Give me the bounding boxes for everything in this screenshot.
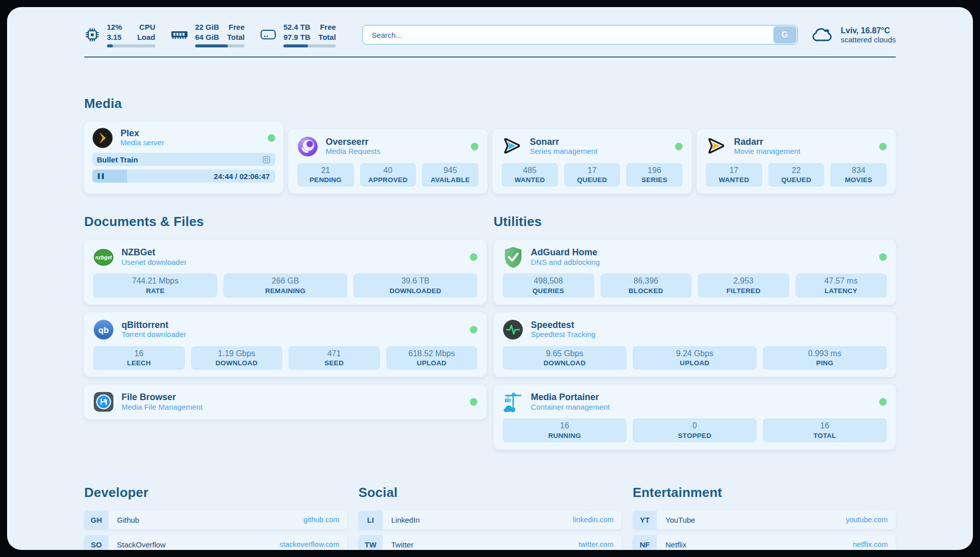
cpu-label: CPU — [137, 22, 155, 32]
app-subtitle: DNS and adblocking — [531, 258, 600, 267]
stat-series: 196 SERIES — [626, 163, 683, 187]
app-subtitle: Torrent downloader — [121, 330, 186, 340]
playback-progressbar[interactable]: 24:44 / 02:06:47 — [92, 170, 275, 183]
link-url[interactable]: stackoverflow.com — [280, 540, 339, 548]
documents-column: Documents & Files nzbget NZBGet Usenet d — [84, 214, 486, 449]
app-card-sonarr[interactable]: Sonarr Series management 485 WANTED 17 Q… — [493, 129, 692, 194]
section-title-utilities: Utilities — [494, 214, 896, 230]
app-title: Media Portainer — [531, 392, 610, 403]
link-url[interactable]: github.com — [303, 516, 339, 524]
link-youtube[interactable]: YT YouTube youtube.com — [633, 511, 896, 529]
stat-queries: 498,508 QUERIES — [503, 273, 594, 297]
cloud-icon — [811, 26, 834, 43]
cpu-percent: 12% — [107, 22, 122, 32]
app-card-speedtest[interactable]: Speedtest Speedtest Tracking 9.65 Gbps D… — [494, 312, 896, 377]
app-title: Sonarr — [530, 137, 597, 147]
disk-icon — [260, 28, 277, 41]
qbittorrent-icon: qb — [93, 319, 114, 340]
media-card-row: Plex Media server Bullet Train — [84, 122, 896, 194]
stat-remaining: 266 GB REMAINING — [223, 273, 347, 297]
link-stackoverflow[interactable]: SO StackOverflow stackoverflow.com — [84, 535, 347, 550]
app-subtitle: Media Requests — [326, 147, 380, 156]
stat-queued: 17 QUEUED — [564, 163, 621, 187]
ram-icon — [170, 29, 189, 41]
memory-widget: 22 GiB 64 GiB Free Total — [170, 22, 244, 47]
stat-ping: 0.993 ms PING — [763, 346, 887, 370]
header-divider — [84, 57, 896, 58]
link-url[interactable]: netflix.com — [853, 540, 888, 548]
app-card-portainer[interactable]: Media Portainer Container management 16 … — [494, 384, 896, 449]
cpu-load-value: 3.15 — [107, 32, 122, 42]
link-name: Netflix — [665, 540, 687, 549]
link-netflix[interactable]: NF Netflix netflix.com — [633, 535, 896, 550]
app-subtitle: Usenet downloader — [121, 258, 187, 267]
app-title: Plex — [120, 128, 164, 139]
stat-downloaded: 39.6 TB DOWNLOADED — [353, 273, 477, 297]
stat-available: 945 AVAILABLE — [422, 163, 478, 187]
now-playing-row: Bullet Train — [92, 153, 275, 166]
stat-filtered: 2,953 FILTERED — [698, 273, 789, 297]
app-card-filebrowser[interactable]: File Browser Media File Management — [84, 384, 486, 419]
stat-running: 16 RUNNING — [503, 418, 627, 442]
ram-free-value: 22 GiB — [195, 22, 219, 32]
status-dot — [879, 398, 887, 406]
status-dot — [471, 143, 478, 150]
app-subtitle: Speedtest Tracking — [531, 330, 595, 340]
stat-queued: 22 QUEUED — [768, 163, 825, 187]
link-badge: YT — [633, 511, 657, 529]
link-name: YouTube — [665, 516, 695, 524]
entertainment-links-column: Entertainment YT YouTube youtube.com NF … — [633, 485, 896, 550]
radarr-icon — [706, 136, 726, 157]
status-dot — [879, 253, 887, 261]
stat-approved: 40 APPROVED — [360, 163, 416, 187]
stat-upload: 9.24 Gbps UPLOAD — [633, 346, 757, 370]
ram-progressbar — [195, 44, 244, 47]
app-card-nzbget[interactable]: nzbget NZBGet Usenet downloader 744.21 M… — [84, 240, 486, 304]
app-card-adguard[interactable]: AdGuard Home DNS and adblocking 498,508 … — [494, 240, 896, 304]
cpu-load-label: Load — [137, 32, 155, 42]
link-name: LinkedIn — [391, 516, 420, 524]
link-linkedin[interactable]: LI LinkedIn linkedin.com — [358, 511, 622, 529]
link-badge: SO — [84, 535, 108, 550]
app-title: AdGuard Home — [531, 247, 600, 258]
stat-seed: 471 SEED — [288, 346, 380, 370]
search-provider-button[interactable]: G — [773, 26, 797, 43]
filebrowser-icon — [93, 392, 114, 412]
link-badge: LI — [358, 511, 383, 529]
stat-download: 1.19 Gbps DOWNLOAD — [191, 346, 283, 370]
link-name: Github — [117, 516, 139, 524]
disk-total-value: 97.9 TB — [283, 32, 310, 42]
link-badge: TW — [358, 535, 383, 550]
app-card-plex[interactable]: Plex Media server Bullet Train — [84, 122, 283, 194]
cpu-icon — [84, 27, 100, 43]
status-dot — [268, 134, 275, 142]
app-card-radarr[interactable]: Radarr Movie management 17 WANTED 22 QUE… — [697, 129, 896, 194]
link-badge: NF — [633, 535, 657, 550]
pause-icon[interactable] — [98, 173, 104, 179]
ram-total-label: Total — [227, 32, 245, 42]
status-dot — [470, 398, 477, 406]
disk-free-value: 52.4 TB — [283, 22, 310, 32]
search-input[interactable] — [362, 25, 798, 45]
nzbget-icon: nzbget — [93, 247, 114, 267]
overseerr-icon — [297, 136, 318, 157]
utilities-column: Utilities — [494, 214, 896, 449]
link-twitter[interactable]: TW Twitter twitter.com — [358, 535, 622, 550]
app-title: File Browser — [121, 392, 203, 403]
cpu-progressbar — [107, 44, 155, 47]
status-dot — [470, 253, 477, 261]
app-subtitle: Movie management — [734, 147, 801, 156]
link-url[interactable]: twitter.com — [579, 540, 614, 548]
now-playing-title: Bullet Train — [97, 155, 258, 164]
link-github[interactable]: GH Github github.com — [84, 511, 347, 529]
app-card-qbittorrent[interactable]: qb qBittorrent Torrent downloader 16 LEE… — [84, 312, 486, 377]
stat-wanted: 485 WANTED — [502, 163, 558, 187]
section-title-documents: Documents & Files — [84, 214, 486, 230]
status-dot — [675, 143, 683, 150]
link-url[interactable]: linkedin.com — [573, 516, 614, 524]
plex-icon — [92, 128, 113, 148]
ram-free-label: Free — [227, 22, 245, 32]
app-card-overseerr[interactable]: Overseerr Media Requests 21 PENDING 40 A… — [288, 129, 487, 194]
section-title-media: Media — [84, 96, 896, 112]
link-url[interactable]: youtube.com — [846, 516, 888, 524]
